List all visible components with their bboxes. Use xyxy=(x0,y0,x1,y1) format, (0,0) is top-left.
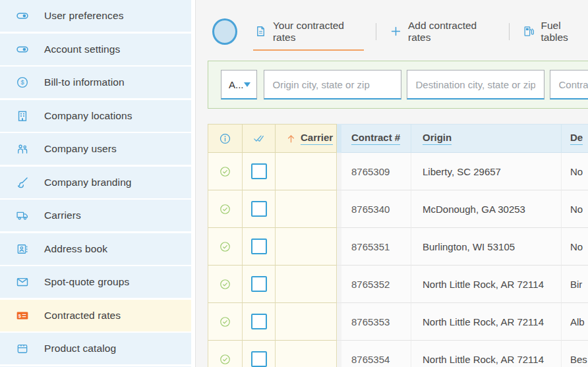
sidebar-item-carriers[interactable]: Carriers xyxy=(0,200,191,231)
building-icon xyxy=(16,109,29,123)
carrier-cell xyxy=(276,190,337,228)
tab-divider xyxy=(376,23,376,40)
carrier-column-header[interactable]: Carrier xyxy=(276,124,337,153)
row-select-cell xyxy=(243,190,276,228)
table-row: 8765340 McDonough, GA 30253 No xyxy=(208,190,588,228)
column-header-label: Carrier xyxy=(301,132,333,145)
row-select-cell xyxy=(243,153,276,190)
pinned-columns-divider xyxy=(337,153,341,190)
row-status-cell xyxy=(208,266,243,303)
sidebar-item-company-branding[interactable]: Company branding xyxy=(0,167,191,198)
row-select-cell xyxy=(243,228,276,266)
tab-label: Your contracted rates xyxy=(273,20,363,43)
sidebar-item-label: Product catalog xyxy=(44,343,116,354)
row-checkbox[interactable] xyxy=(251,276,267,292)
row-select-cell xyxy=(243,341,276,367)
tab-label: Add contracted rates xyxy=(408,20,496,43)
toggle-icon xyxy=(16,9,29,22)
row-checkbox[interactable] xyxy=(251,201,267,217)
sidebar-item-spot-quote-groups[interactable]: Spot-quote groups xyxy=(0,266,191,298)
origin-filter-input[interactable] xyxy=(264,70,401,99)
destination-column-header[interactable]: De xyxy=(562,124,588,153)
valid-check-icon xyxy=(219,203,231,215)
table-row: 8765309 Liberty, SC 29657 No xyxy=(208,153,588,190)
info-icon xyxy=(219,132,231,145)
row-checkbox[interactable] xyxy=(251,239,267,254)
pinned-columns-divider xyxy=(337,124,341,153)
sidebar-item-product-catalog[interactable]: Product catalog xyxy=(0,333,191,364)
row-checkbox[interactable] xyxy=(251,351,267,367)
tab-fuel-tables[interactable]: Fuel tables xyxy=(521,14,588,49)
avatar[interactable] xyxy=(212,18,237,45)
contract-filter-input[interactable] xyxy=(550,70,588,99)
contract-cell: 8765309 xyxy=(341,153,411,190)
select-all-column-header[interactable] xyxy=(243,124,276,153)
valid-check-icon xyxy=(219,316,231,328)
sidebar-item-bill-to-information[interactable]: $ Bill-to information xyxy=(0,67,191,98)
contract-column-header[interactable]: Contract # xyxy=(341,124,411,153)
users-icon xyxy=(16,142,29,155)
row-select-cell xyxy=(243,266,276,303)
sidebar-item-contracted-rates[interactable]: $ Contracted rates xyxy=(0,300,191,331)
destination-cell: No xyxy=(562,228,588,266)
sidebar-item-user-preferences[interactable]: User preferences xyxy=(0,0,191,32)
carrier-filter-dropdown[interactable]: A... xyxy=(221,70,257,99)
row-select-cell xyxy=(243,303,276,341)
contract-cell: 8765351 xyxy=(341,228,411,266)
page-header: Your contracted rates Add contracted rat… xyxy=(212,18,588,45)
destination-cell: Bir xyxy=(562,266,588,303)
sidebar-item-label: Bill-to information xyxy=(44,76,125,88)
paintbrush-icon xyxy=(16,176,29,189)
carrier-cell xyxy=(276,153,337,190)
sidebar-item-address-book[interactable]: Address book xyxy=(0,233,191,265)
row-checkbox[interactable] xyxy=(251,314,267,329)
table-row: 8765353 North Little Rock, AR 72114 Alb xyxy=(208,303,588,341)
truck-icon xyxy=(16,209,29,222)
contract-cell: 8765353 xyxy=(341,303,411,341)
pinned-columns-divider xyxy=(337,341,341,367)
sidebar-item-company-locations[interactable]: Company locations xyxy=(0,100,191,132)
destination-filter-input[interactable] xyxy=(407,70,544,99)
row-status-cell xyxy=(208,341,243,367)
row-status-cell xyxy=(208,190,243,228)
toggle-icon xyxy=(16,43,29,56)
valid-check-icon xyxy=(219,353,231,366)
pinned-columns-divider xyxy=(337,228,341,266)
origin-column-header[interactable]: Origin xyxy=(411,124,562,153)
tab-your-contracted-rates[interactable]: Your contracted rates xyxy=(253,14,364,49)
document-icon xyxy=(254,25,267,38)
table-row: 8765354 North Little Rock, AR 72114 Bes xyxy=(208,341,588,367)
pinned-columns-divider xyxy=(337,266,341,303)
chevron-down-icon xyxy=(244,82,250,87)
row-checkbox[interactable] xyxy=(251,163,267,179)
carrier-cell xyxy=(276,266,337,303)
destination-cell: No xyxy=(562,190,588,228)
origin-cell: North Little Rock, AR 72114 xyxy=(411,303,562,341)
svg-text:$: $ xyxy=(20,79,24,86)
tab-add-contracted-rates[interactable]: Add contracted rates xyxy=(388,14,497,49)
sidebar-item-label: Carriers xyxy=(44,210,81,221)
contact-card-icon xyxy=(16,242,29,256)
column-header-label: Origin xyxy=(423,132,452,145)
origin-cell: North Little Rock, AR 72114 xyxy=(411,341,562,367)
origin-cell: McDonough, GA 30253 xyxy=(411,190,562,228)
rate-ticket-icon: $ xyxy=(16,309,29,322)
contract-cell: 8765340 xyxy=(341,190,411,228)
carrier-cell xyxy=(276,228,337,266)
main-content: Your contracted rates Add contracted rat… xyxy=(191,0,588,367)
contracted-rates-table: Carrier Contract # Origin De 87653 xyxy=(208,124,588,367)
destination-cell: No xyxy=(562,153,588,190)
row-status-cell xyxy=(208,303,243,341)
settings-sidebar: User preferences Account settings $ Bill… xyxy=(0,0,191,367)
sidebar-item-company-users[interactable]: Company users xyxy=(0,133,191,165)
product-box-icon xyxy=(16,342,29,355)
column-header-label: Contract # xyxy=(351,132,400,145)
sidebar-divider xyxy=(195,0,196,367)
origin-cell: North Little Rock, AR 72114 xyxy=(411,266,562,303)
sidebar-item-label: Spot-quote groups xyxy=(44,276,129,288)
info-column-header[interactable] xyxy=(208,124,243,153)
sidebar-item-account-settings[interactable]: Account settings xyxy=(0,34,191,65)
sidebar-item-label: Address book xyxy=(44,243,107,255)
tab-divider xyxy=(509,23,510,40)
contract-cell: 8765354 xyxy=(341,341,411,367)
